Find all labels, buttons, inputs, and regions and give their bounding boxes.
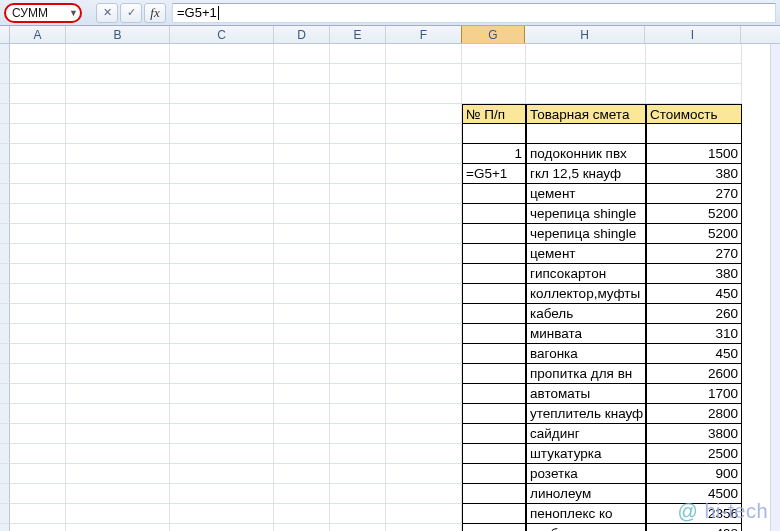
cell[interactable] bbox=[646, 44, 742, 64]
numbering-cell[interactable] bbox=[462, 324, 526, 344]
cell[interactable] bbox=[330, 304, 386, 324]
cell[interactable] bbox=[10, 84, 66, 104]
cell[interactable] bbox=[170, 444, 274, 464]
cell[interactable] bbox=[330, 484, 386, 504]
cell[interactable] bbox=[274, 464, 330, 484]
cell[interactable] bbox=[170, 344, 274, 364]
cell[interactable] bbox=[10, 464, 66, 484]
cost-cell[interactable]: 2800 bbox=[646, 404, 742, 424]
numbering-cell[interactable] bbox=[462, 504, 526, 524]
cell[interactable] bbox=[386, 484, 462, 504]
name-box[interactable]: СУММ ▼ bbox=[4, 3, 82, 23]
cell[interactable] bbox=[386, 244, 462, 264]
cell[interactable] bbox=[10, 524, 66, 531]
row-header[interactable] bbox=[0, 44, 10, 64]
col-header-B[interactable]: B bbox=[66, 26, 170, 43]
cell[interactable] bbox=[170, 64, 274, 84]
row-header[interactable] bbox=[0, 64, 10, 84]
cell[interactable] bbox=[274, 264, 330, 284]
col-header-D[interactable]: D bbox=[274, 26, 330, 43]
cost-cell[interactable]: 270 bbox=[646, 184, 742, 204]
cell[interactable] bbox=[330, 204, 386, 224]
cost-cell[interactable]: 2356 bbox=[646, 504, 742, 524]
cell[interactable] bbox=[66, 204, 170, 224]
cell[interactable] bbox=[10, 384, 66, 404]
cell[interactable] bbox=[66, 384, 170, 404]
cell[interactable] bbox=[330, 184, 386, 204]
cell[interactable] bbox=[274, 244, 330, 264]
cell[interactable] bbox=[386, 364, 462, 384]
cell[interactable] bbox=[274, 284, 330, 304]
cell[interactable] bbox=[330, 464, 386, 484]
cell[interactable] bbox=[386, 204, 462, 224]
cell[interactable] bbox=[66, 504, 170, 524]
row-header[interactable] bbox=[0, 464, 10, 484]
table-cell[interactable] bbox=[646, 124, 742, 144]
cell[interactable] bbox=[66, 264, 170, 284]
select-all-corner[interactable] bbox=[0, 26, 10, 43]
cell[interactable] bbox=[330, 404, 386, 424]
item-name-cell[interactable]: гипсокартон bbox=[526, 264, 646, 284]
cell[interactable] bbox=[170, 424, 274, 444]
item-name-cell[interactable]: коллектор,муфты bbox=[526, 284, 646, 304]
cell[interactable] bbox=[170, 284, 274, 304]
numbering-cell[interactable] bbox=[462, 224, 526, 244]
cell[interactable] bbox=[66, 244, 170, 264]
cell[interactable] bbox=[170, 124, 274, 144]
cell[interactable] bbox=[330, 384, 386, 404]
insert-function-button[interactable]: fx bbox=[144, 3, 166, 23]
cell[interactable] bbox=[386, 144, 462, 164]
cell[interactable] bbox=[386, 424, 462, 444]
cell[interactable] bbox=[462, 44, 526, 64]
cell[interactable] bbox=[386, 344, 462, 364]
numbering-cell[interactable] bbox=[462, 184, 526, 204]
row-header[interactable] bbox=[0, 224, 10, 244]
cell[interactable] bbox=[274, 104, 330, 124]
cell[interactable] bbox=[330, 504, 386, 524]
cell[interactable] bbox=[274, 484, 330, 504]
row-header[interactable] bbox=[0, 284, 10, 304]
row-header[interactable] bbox=[0, 324, 10, 344]
cell[interactable] bbox=[66, 444, 170, 464]
cell[interactable] bbox=[170, 524, 274, 531]
cell[interactable] bbox=[66, 124, 170, 144]
cell[interactable] bbox=[330, 424, 386, 444]
item-name-cell[interactable]: утеплитель кнауф bbox=[526, 404, 646, 424]
cell[interactable] bbox=[170, 144, 274, 164]
cell[interactable] bbox=[386, 524, 462, 531]
cell[interactable] bbox=[10, 304, 66, 324]
cell[interactable] bbox=[170, 84, 274, 104]
cell[interactable] bbox=[274, 164, 330, 184]
cell[interactable] bbox=[526, 84, 646, 104]
numbering-cell[interactable] bbox=[462, 244, 526, 264]
table-header-cell[interactable]: № П/п bbox=[462, 104, 526, 124]
row-header[interactable] bbox=[0, 404, 10, 424]
cell[interactable] bbox=[274, 404, 330, 424]
cell[interactable] bbox=[170, 104, 274, 124]
row-header[interactable] bbox=[0, 304, 10, 324]
cell[interactable] bbox=[66, 344, 170, 364]
grid[interactable]: № П/пТоварная сметаСтоимость1подоконник … bbox=[0, 44, 780, 531]
cell[interactable] bbox=[66, 364, 170, 384]
cell[interactable] bbox=[386, 124, 462, 144]
cell[interactable] bbox=[66, 44, 170, 64]
cell[interactable] bbox=[66, 184, 170, 204]
item-name-cell[interactable]: кабель bbox=[526, 304, 646, 324]
cost-cell[interactable]: 498 bbox=[646, 524, 742, 531]
cell[interactable] bbox=[170, 364, 274, 384]
col-header-H[interactable]: H bbox=[525, 26, 645, 43]
cell[interactable] bbox=[66, 464, 170, 484]
row-header[interactable] bbox=[0, 504, 10, 524]
row-header[interactable] bbox=[0, 484, 10, 504]
cost-cell[interactable]: 450 bbox=[646, 284, 742, 304]
cell[interactable] bbox=[330, 264, 386, 284]
item-name-cell[interactable]: линолеум bbox=[526, 484, 646, 504]
cell[interactable] bbox=[386, 324, 462, 344]
cell[interactable] bbox=[274, 344, 330, 364]
cell[interactable] bbox=[10, 504, 66, 524]
cost-cell[interactable]: 2600 bbox=[646, 364, 742, 384]
cell[interactable] bbox=[170, 404, 274, 424]
cell[interactable] bbox=[386, 444, 462, 464]
row-header[interactable] bbox=[0, 164, 10, 184]
cell[interactable] bbox=[66, 144, 170, 164]
